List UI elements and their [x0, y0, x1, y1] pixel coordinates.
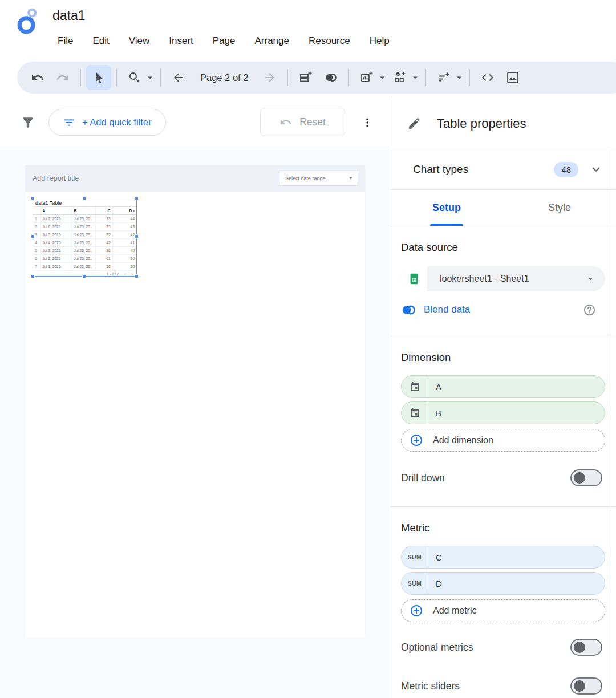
toolbar-divider	[80, 69, 81, 86]
help-icon[interactable]	[583, 303, 596, 316]
dimension-field-name: B	[436, 408, 441, 418]
select-tool-button[interactable]	[86, 65, 111, 90]
resize-handle-left[interactable]	[31, 234, 35, 238]
optional-metrics-toggle[interactable]	[570, 639, 602, 656]
add-metric-button[interactable]: Add metric	[401, 599, 605, 622]
page-indicator: Page 2 of 2	[200, 72, 248, 83]
redo-button[interactable]	[50, 65, 75, 90]
arrow-left-icon	[172, 71, 185, 84]
dimension-chip-a[interactable]: A	[401, 375, 605, 398]
menu-file[interactable]: File	[48, 32, 83, 50]
table-row: 3Jul 5, 2025Jul 23, 20..2242	[33, 230, 136, 238]
community-visualizations-button[interactable]	[387, 65, 412, 90]
date-range-control[interactable]: Select date range ▾	[279, 171, 358, 186]
filter-list-icon	[63, 116, 75, 129]
menu-view[interactable]: View	[119, 32, 160, 50]
metric-sliders-toggle[interactable]	[570, 677, 602, 695]
menu-edit[interactable]: Edit	[83, 32, 119, 50]
chart-types-label: Chart types	[413, 163, 468, 176]
toolbar-divider	[348, 69, 349, 86]
report-page[interactable]: Add report title Select date range ▾ dat…	[25, 165, 365, 638]
community-viz-caret-icon[interactable]	[410, 72, 420, 83]
blend-data-button[interactable]	[318, 65, 343, 90]
resize-handle-bottom-right[interactable]	[135, 274, 139, 278]
toolbar-divider	[469, 69, 470, 86]
menu-resource[interactable]: Resource	[299, 32, 360, 50]
date-range-caret-icon: ▾	[350, 176, 352, 181]
add-chart-caret-icon[interactable]	[377, 72, 387, 83]
embed-button[interactable]	[475, 65, 500, 90]
setup-tab-content: Data source lookersheet1 - Sheet1 Blend …	[390, 241, 616, 698]
drill-down-toggle[interactable]	[570, 469, 602, 486]
undo-button[interactable]	[25, 65, 50, 90]
menu-insert[interactable]: Insert	[159, 32, 203, 50]
toolbar-divider	[425, 69, 426, 86]
chevron-down-icon[interactable]	[589, 162, 603, 177]
zoom-tool-button[interactable]	[122, 65, 147, 90]
toolbar-pill: Page 2 of 2	[17, 62, 616, 94]
panel-scrollbar[interactable]	[611, 150, 611, 698]
table-row: 5Jul 3, 2025Jul 23, 20..3640	[33, 246, 136, 254]
chart-types-expander[interactable]: Chart types 48	[390, 149, 616, 190]
metric-chip-d[interactable]: SUM D	[401, 572, 605, 595]
pagination-next-icon[interactable]: ›	[132, 272, 133, 276]
column-header-a[interactable]: A	[40, 207, 72, 214]
tab-style[interactable]: Style	[503, 190, 616, 226]
blend-data-icon[interactable]	[401, 302, 416, 318]
code-icon	[481, 71, 495, 84]
zoom-in-icon	[128, 71, 141, 84]
resize-handle-bottom[interactable]	[82, 274, 86, 278]
pagination-prev-icon[interactable]: ‹	[124, 272, 125, 276]
resize-handle-top-left[interactable]	[31, 196, 35, 200]
calendar-icon	[410, 408, 420, 419]
metric-field-name: C	[436, 553, 442, 562]
add-data-button[interactable]	[293, 65, 318, 90]
next-page-button[interactable]	[257, 65, 282, 90]
dimension-heading: Dimension	[401, 351, 616, 364]
looker-studio-logo[interactable]	[15, 7, 41, 35]
insert-image-button[interactable]	[500, 65, 525, 90]
menu-help[interactable]: Help	[360, 32, 399, 50]
add-dimension-button[interactable]: Add dimension	[401, 429, 605, 452]
dropdown-caret-icon[interactable]	[585, 273, 596, 285]
add-control-caret-icon[interactable]	[454, 72, 464, 83]
add-control-button[interactable]	[431, 65, 456, 90]
chart-types-count-badge: 48	[554, 162, 578, 177]
data-source-selector[interactable]: lookersheet1 - Sheet1	[401, 266, 605, 291]
table-chart-widget[interactable]: data1 Table A B C D ▾ 1Jul 7, 2025Jul 23…	[33, 198, 137, 277]
blend-data-link[interactable]: Blend data	[424, 304, 470, 315]
column-header-c[interactable]: C	[95, 207, 112, 214]
report-name[interactable]: data1	[52, 8, 86, 23]
metric-sliders-row: Metric sliders	[401, 673, 602, 698]
resize-handle-bottom-left[interactable]	[31, 274, 35, 278]
add-chart-button[interactable]	[354, 65, 379, 90]
table-row: 4Jul 4, 2025Jul 23, 20..4241	[33, 238, 136, 246]
report-canvas[interactable]: Add report title Select date range ▾ dat…	[0, 147, 390, 698]
menu-bar: File Edit View Insert Page Arrange Resou…	[48, 32, 399, 50]
resize-handle-top[interactable]	[82, 196, 86, 200]
drill-down-row: Drill down	[401, 465, 602, 490]
column-header-d[interactable]: D ▾	[112, 207, 136, 214]
menu-arrange[interactable]: Arrange	[245, 32, 298, 50]
column-header-b[interactable]: B	[72, 207, 95, 214]
zoom-dropdown-caret-icon[interactable]	[145, 72, 155, 83]
redo-icon	[56, 71, 70, 84]
reset-button[interactable]: Reset	[260, 108, 345, 136]
app-header: data1 File Edit View Insert Page Arrange…	[0, 0, 616, 57]
add-quick-filter-button[interactable]: + Add quick filter	[48, 109, 166, 136]
previous-page-button[interactable]	[166, 65, 191, 90]
menu-page[interactable]: Page	[203, 32, 245, 50]
metric-chip-c[interactable]: SUM C	[401, 546, 605, 569]
pencil-icon	[407, 116, 422, 131]
filter-funnel-icon	[21, 115, 35, 130]
dimension-chip-b[interactable]: B	[401, 401, 605, 424]
resize-handle-top-right[interactable]	[135, 196, 139, 200]
report-title-placeholder[interactable]: Add report title	[33, 174, 79, 182]
more-options-button[interactable]	[359, 111, 375, 134]
resize-handle-right[interactable]	[135, 234, 139, 238]
tab-setup[interactable]: Setup	[390, 190, 503, 226]
metric-aggregation-box: SUM	[402, 546, 428, 568]
section-divider	[390, 506, 616, 507]
report-header-band: Add report title Select date range ▾	[25, 165, 365, 192]
sort-desc-icon: ▾	[133, 209, 135, 213]
